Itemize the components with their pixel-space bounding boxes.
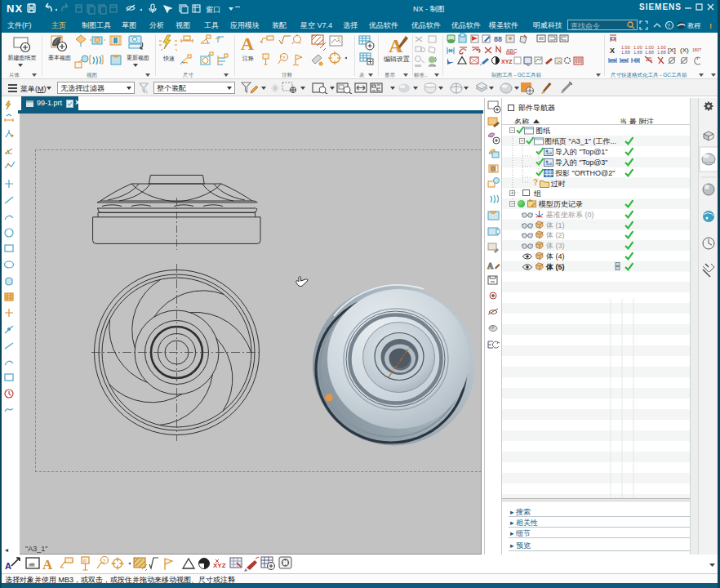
svg-text:"A3_1": "A3_1": [25, 545, 47, 553]
svg-text:XYZ: XYZ: [501, 59, 513, 65]
svg-text:X: X: [610, 47, 615, 55]
svg-text:XYZ: XYZ: [213, 562, 226, 569]
svg-text:?: ?: [667, 23, 670, 29]
svg-text:!: !: [709, 22, 712, 30]
svg-text:(X): (X): [680, 47, 689, 54]
svg-text:180?: 180?: [692, 47, 701, 52]
svg-text:教程: 教程: [687, 22, 701, 29]
svg-text:?: ?: [282, 56, 286, 60]
svg-text:ABC: ABC: [506, 48, 518, 54]
svg-text:A: A: [487, 261, 494, 270]
svg-text:88: 88: [494, 35, 502, 43]
svg-text:A: A: [241, 33, 254, 54]
svg-text:?: ?: [103, 559, 106, 564]
svg-text:1.88: 1.88: [645, 50, 654, 55]
svg-text:[X]: [X]: [668, 47, 676, 54]
svg-text:P: P: [83, 559, 87, 564]
svg-text:A: A: [42, 557, 53, 572]
svg-text:A: A: [5, 561, 11, 571]
svg-text:1.88: 1.88: [633, 50, 642, 55]
svg-text:1.88: 1.88: [621, 50, 630, 55]
svg-text:1.88: 1.88: [657, 50, 666, 55]
